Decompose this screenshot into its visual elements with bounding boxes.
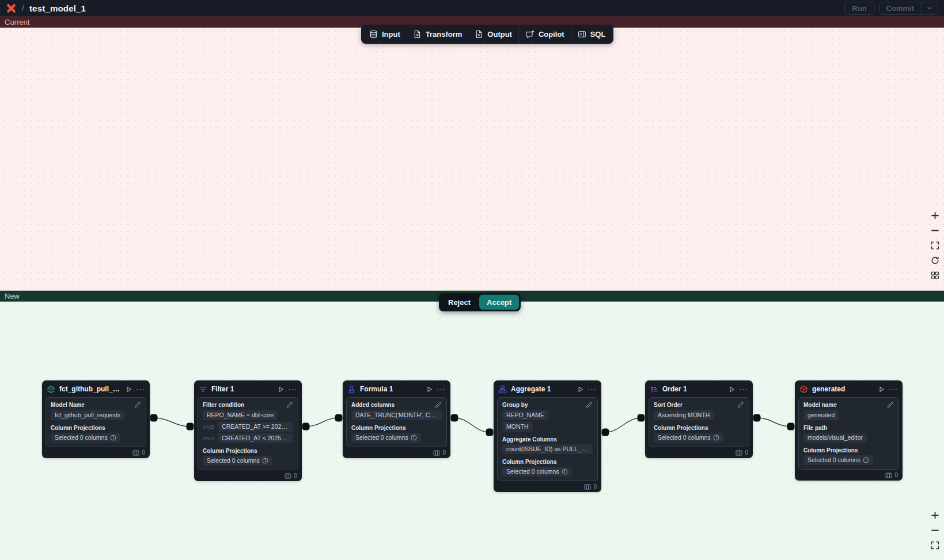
connection-handle	[335, 414, 343, 422]
value-pill[interactable]: Selected 0 columns	[803, 455, 873, 465]
node-fct-github-pull-requests[interactable]: fct_github_pull_requests ··· Model Name …	[42, 380, 150, 458]
field-label: Sort Order	[654, 402, 683, 408]
edit-icon[interactable]	[434, 401, 442, 409]
database-icon	[369, 30, 378, 39]
more-menu-icon[interactable]: ···	[288, 386, 297, 392]
field: Column Projections Selected 0 columns	[803, 447, 894, 465]
new-canvas-controls	[929, 509, 941, 551]
current-canvas[interactable]	[0, 28, 944, 291]
connection-handle	[150, 414, 158, 422]
connection-handle	[638, 414, 645, 422]
play-icon[interactable]	[728, 386, 736, 393]
field: Sort Order Ascending MONTH	[654, 401, 744, 420]
refresh-layout-button[interactable]	[929, 254, 941, 266]
connection-handle	[602, 429, 609, 436]
field-label: Column Projections	[203, 448, 257, 454]
play-icon[interactable]	[277, 386, 285, 393]
node-filter-1[interactable]: Filter 1 ··· Filter condition REPO_NAME …	[194, 380, 302, 481]
value-pill[interactable]: generated	[803, 410, 839, 420]
node-aggregate-1[interactable]: Aggregate 1 ··· Group by REPO_NAME MONTH…	[494, 380, 601, 492]
play-icon[interactable]	[577, 386, 584, 393]
node-title: Filter 1	[211, 385, 273, 393]
field-label: Column Projections	[51, 425, 105, 431]
commit-menu-button[interactable]	[921, 2, 938, 14]
more-menu-icon[interactable]: ···	[437, 386, 446, 392]
node-body: Added columns DATE_TRUNC('MONTH', CREATE…	[346, 397, 447, 447]
toolbar-transform-label: Transform	[426, 30, 462, 39]
node-header[interactable]: generated ···	[795, 382, 903, 396]
commit-button[interactable]: Commit	[879, 2, 938, 15]
node-header[interactable]: fct_github_pull_requests ···	[42, 382, 150, 396]
node-formula-1[interactable]: Formula 1 ··· Added columns DATE_TRUNC('…	[343, 380, 450, 458]
value-pill[interactable]: Selected 0 columns	[351, 433, 421, 443]
value-pill[interactable]: count(ISSUE_ID) as PULL_REQUEST_…	[502, 444, 593, 454]
reject-button[interactable]: Reject	[441, 295, 478, 310]
more-menu-icon[interactable]: ···	[889, 386, 898, 392]
value-pill[interactable]: Selected 0 columns	[51, 433, 120, 443]
more-menu-icon[interactable]: ···	[587, 386, 597, 392]
value-pill[interactable]: CREATED_AT < 2025-03-01	[218, 433, 293, 443]
node-header[interactable]: Filter 1 ···	[194, 382, 302, 396]
value-pill[interactable]: CREATED_AT >= 2024-12-01	[218, 422, 293, 432]
fit-view-button[interactable]	[929, 539, 941, 551]
toolbar-output-button[interactable]: Output	[468, 25, 518, 44]
value-pill[interactable]: REPO_NAME = dbt-core	[203, 410, 278, 420]
value-pill[interactable]: Ascending MONTH	[654, 410, 714, 420]
field-label: Column Projections	[502, 459, 556, 465]
field: Column Projections Selected 0 columns	[51, 425, 141, 443]
more-menu-icon[interactable]: ···	[136, 386, 145, 392]
play-icon[interactable]	[125, 386, 132, 393]
value-pill[interactable]: Selected 0 columns	[502, 467, 572, 477]
value-pill[interactable]: Selected 0 columns	[203, 456, 272, 466]
edit-icon[interactable]	[134, 401, 141, 409]
more-menu-icon[interactable]: ···	[739, 386, 748, 392]
grid-toggle-button[interactable]	[929, 269, 941, 281]
zoom-out-button[interactable]	[929, 524, 941, 536]
value-pill[interactable]: Selected 0 columns	[654, 433, 723, 443]
value-pill[interactable]: fct_github_pull_requests	[51, 410, 124, 420]
value-pill[interactable]: models/visual_editor	[803, 433, 867, 443]
node-order-1[interactable]: Order 1 ··· Sort Order Ascending MONTH C…	[645, 380, 753, 458]
node-header[interactable]: Aggregate 1 ···	[494, 382, 601, 396]
run-button[interactable]: Run	[844, 2, 874, 15]
edit-icon[interactable]	[286, 401, 293, 409]
edit-icon[interactable]	[886, 401, 894, 409]
diff-review-group: Reject Accept	[439, 293, 521, 311]
value-pill[interactable]: DATE_TRUNC('MONTH', CREATED_AT…	[351, 410, 442, 420]
top-bar: / test_model_1 Run Commit	[0, 0, 944, 16]
node-body: Sort Order Ascending MONTH Column Projec…	[649, 397, 749, 447]
edit-icon[interactable]	[737, 401, 744, 409]
value-pill[interactable]: MONTH	[502, 422, 533, 432]
toolbar-copilot-button[interactable]: Copilot	[519, 25, 571, 44]
node-generated[interactable]: generated ··· Model name generated File …	[795, 380, 903, 481]
fit-view-button[interactable]	[929, 239, 941, 251]
play-icon[interactable]	[878, 386, 885, 393]
toolbar-sql-button[interactable]: SQL	[571, 25, 612, 44]
info-icon	[262, 458, 268, 464]
toolbar-transform-button[interactable]: Transform	[407, 25, 469, 44]
zoom-in-button[interactable]	[929, 509, 941, 521]
new-canvas[interactable]: fct_github_pull_requests ··· Model Name …	[0, 302, 944, 560]
field-label: Aggregate Columns	[502, 436, 557, 443]
field: Model Name fct_github_pull_requests	[51, 401, 141, 420]
zoom-in-button[interactable]	[929, 209, 941, 221]
visual-editor-app: / test_model_1 Run Commit Current	[0, 0, 944, 560]
edge-4	[605, 418, 641, 432]
accept-button[interactable]: Accept	[479, 295, 519, 310]
play-icon[interactable]	[426, 386, 433, 393]
app-logo-icon[interactable]	[6, 3, 17, 14]
field-label: Column Projections	[803, 447, 858, 454]
breadcrumb-separator: /	[22, 3, 24, 13]
zoom-out-icon	[931, 226, 939, 235]
condition-conjunction: AND	[203, 435, 214, 441]
value-pill[interactable]: REPO_NAME	[502, 410, 548, 420]
node-header[interactable]: Order 1 ···	[645, 382, 753, 396]
field: Column Projections Selected 0 columns	[203, 448, 293, 466]
cube-icon	[47, 385, 55, 394]
node-header[interactable]: Formula 1 ···	[343, 382, 450, 396]
zoom-out-button[interactable]	[929, 224, 941, 236]
edit-icon[interactable]	[585, 401, 593, 409]
node-footer: 0	[194, 470, 302, 481]
toolbar-input-button[interactable]: Input	[363, 25, 407, 44]
field: Column Projections Selected 0 columns	[351, 425, 442, 443]
